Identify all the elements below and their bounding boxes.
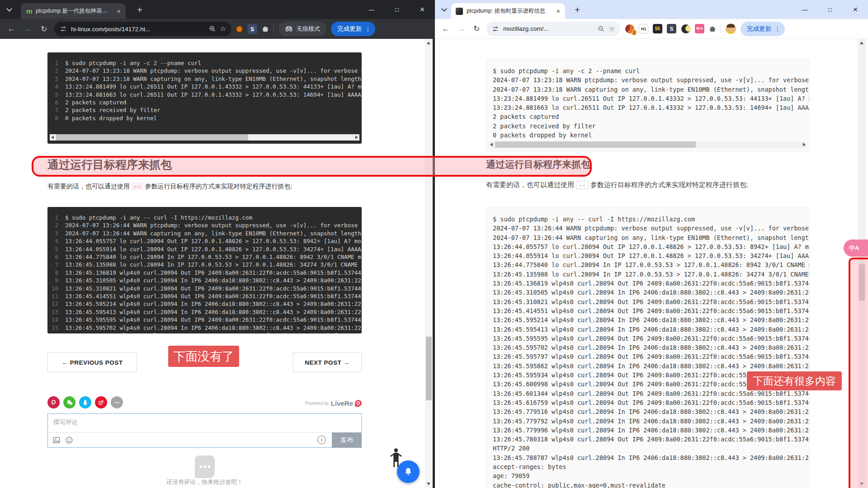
- publish-button[interactable]: 发布: [332, 432, 362, 448]
- qq-share-icon[interactable]: [79, 396, 91, 408]
- screen-record-extension-icon[interactable]: [236, 26, 243, 33]
- code-line: 2024-07-07 13:23:18 WARN ptcpdump: verbo…: [493, 75, 809, 84]
- close-button[interactable]: ×: [410, 0, 435, 19]
- horizontal-scrollbar[interactable]: [50, 134, 359, 141]
- code-line: 0 packets dropped by kernel: [47, 114, 362, 122]
- forward-button[interactable]: →: [22, 24, 33, 33]
- scrollbar-thumb[interactable]: [859, 264, 865, 300]
- update-label: 完成更新: [747, 25, 771, 33]
- back-button[interactable]: ←: [5, 24, 17, 33]
- tab-search-chevron-icon[interactable]: [442, 7, 446, 11]
- forward-button[interactable]: →: [456, 24, 467, 33]
- weibo-share-icon[interactable]: [95, 396, 107, 408]
- scroll-left-icon[interactable]: [490, 143, 493, 146]
- new-tab-button[interactable]: +: [134, 4, 146, 16]
- extensions-puzzle-icon[interactable]: [262, 25, 269, 33]
- comment-toolbar: [48, 432, 361, 447]
- tab-close-icon[interactable]: ×: [116, 8, 122, 15]
- minimize-button[interactable]: —: [792, 0, 817, 19]
- emoji-icon[interactable]: [65, 436, 73, 444]
- code-line: 2 packets received by filter: [493, 122, 809, 131]
- previous-post-button[interactable]: ← PREVIOUS POST: [47, 352, 137, 372]
- tab-strip: m ptcpdump 新一代抓包神器，可 × + — □ ×: [0, 0, 435, 19]
- horizontal-scrollbar[interactable]: [489, 141, 807, 148]
- paragraph: 有需要的话，也可以通过使用 -- 参数运行目标程序的方式来实现对特定程序进行抓包…: [486, 181, 748, 189]
- section-heading: 通过运行目标程序来抓包: [486, 158, 590, 171]
- bell-icon: [403, 467, 413, 477]
- scroll-up-icon[interactable]: [860, 42, 863, 44]
- scrollbar-thumb[interactable]: [495, 141, 696, 148]
- more-share-icon[interactable]: [111, 396, 123, 408]
- address-bar[interactable]: hi-linux.com/posts/14172.ht... ☆: [54, 22, 231, 36]
- tab-mozillazg[interactable]: ptcpdump: 抓包时显示进程信息 ×: [451, 3, 565, 19]
- code-line: 13:26:45.135988 lo curl.28094 In IP 127.…: [47, 261, 362, 268]
- info-icon[interactable]: i: [317, 436, 326, 444]
- attach-image-icon[interactable]: [52, 436, 61, 444]
- scrollbar-thumb[interactable]: [56, 134, 248, 141]
- scroll-down-icon[interactable]: [860, 483, 863, 485]
- s-extension-icon[interactable]: S: [667, 24, 676, 33]
- maximize-button[interactable]: □: [817, 0, 843, 19]
- s-extension-icon[interactable]: S: [247, 24, 257, 34]
- scroll-right-icon[interactable]: [803, 143, 806, 146]
- code-line: 2 packets captured: [47, 99, 362, 106]
- close-button[interactable]: ×: [843, 0, 868, 19]
- tab-close-icon[interactable]: ×: [555, 8, 561, 15]
- maximize-button[interactable]: □: [384, 0, 410, 19]
- back-button[interactable]: ←: [440, 24, 451, 33]
- scroll-down-icon[interactable]: [427, 483, 430, 485]
- next-post-button[interactable]: NEXT POST →: [293, 352, 362, 372]
- page-content-right: $ sudo ptcpdump -i any -c 2 --pname curl…: [435, 39, 868, 488]
- zoom-icon[interactable]: [209, 25, 216, 33]
- tab-search-chevron-icon[interactable]: [7, 7, 11, 11]
- minimize-button[interactable]: —: [359, 0, 384, 19]
- code-line: 2024-07-07 13:23:18 WARN capturing on an…: [47, 75, 362, 83]
- menu-dots-icon[interactable]: ⋮: [365, 25, 371, 33]
- menu-dots-icon[interactable]: ⋮: [774, 25, 781, 33]
- bookmark-star-icon[interactable]: ☆: [609, 25, 615, 33]
- browser-window-right: ptcpdump: 抓包时显示进程信息 × + — □ × ← → ↻ mozi…: [435, 0, 868, 488]
- bookmark-star-icon[interactable]: ☆: [220, 25, 226, 33]
- reload-button[interactable]: ↻: [471, 24, 482, 33]
- notification-extension-icon[interactable]: 1: [625, 24, 634, 33]
- browser-toolbar: ← → ↻ hi-linux.com/posts/14172.ht... ☆ S: [0, 19, 435, 39]
- page-scrollbar-left[interactable]: [425, 39, 433, 488]
- h1-extension-icon[interactable]: H1: [639, 24, 648, 33]
- site-settings-icon[interactable]: [60, 25, 67, 33]
- extensions-puzzle-icon[interactable]: [709, 25, 716, 33]
- paragraph-text-after: 参数运行目标程序的方式来实现对特定程序进行抓包:: [589, 181, 748, 188]
- code-line: 13:26:45.779516 wlp4s0 curl.28094 In IP6…: [493, 407, 809, 416]
- comment-input[interactable]: [48, 414, 361, 433]
- code-line: 13:26:45.788787 wlp4s0 curl.28094 In IP6…: [493, 453, 809, 462]
- update-label: 完成更新: [337, 25, 362, 33]
- chrome-update-button[interactable]: 完成更新 ⋮: [741, 22, 785, 36]
- notification-bell-button[interactable]: [397, 460, 420, 483]
- url-text[interactable]: hi-linux.com/posts/14172.ht...: [71, 26, 205, 33]
- zoom-out-icon[interactable]: [598, 25, 605, 33]
- new-tab-button[interactable]: +: [571, 4, 583, 16]
- reload-button[interactable]: ↻: [38, 24, 50, 34]
- toolbar-separator: [721, 24, 721, 33]
- tab-title: ptcpdump: 抓包时显示进程信息: [467, 7, 552, 15]
- scrollbar-thumb[interactable]: [426, 337, 432, 400]
- dark-reader-extension-icon[interactable]: [681, 24, 690, 33]
- 55-extension-icon[interactable]: 55: [653, 24, 662, 33]
- scroll-right-icon[interactable]: [355, 136, 358, 139]
- empty-comments-icon: [195, 455, 215, 478]
- translate-float-button[interactable]: 中A: [844, 239, 868, 257]
- scroll-up-icon[interactable]: [427, 42, 430, 44]
- scroll-left-icon[interactable]: [51, 136, 54, 139]
- chrome-update-button[interactable]: 完成更新 ⋮: [331, 22, 375, 36]
- code-line: 13:26:44.055914 lo curl.28094 Out IP 127…: [47, 245, 362, 253]
- site-settings-icon[interactable]: [492, 25, 499, 33]
- livere-share-icon[interactable]: [47, 396, 60, 408]
- wechat-share-icon[interactable]: [63, 396, 75, 408]
- translate-extension-icon[interactable]: 中A: [695, 24, 704, 33]
- profile-avatar[interactable]: [726, 23, 736, 34]
- code-line: HTTP/2 200: [493, 444, 809, 453]
- powered-by-livere: Powered by LiveRe O: [305, 399, 362, 407]
- address-bar[interactable]: mozillazg.com/... ☆: [486, 22, 620, 36]
- tab-hi-linux[interactable]: m ptcpdump 新一代抓包神器，可 ×: [21, 3, 126, 19]
- url-text[interactable]: mozillazg.com/...: [503, 25, 594, 32]
- page-scrollbar-right[interactable]: [858, 39, 866, 488]
